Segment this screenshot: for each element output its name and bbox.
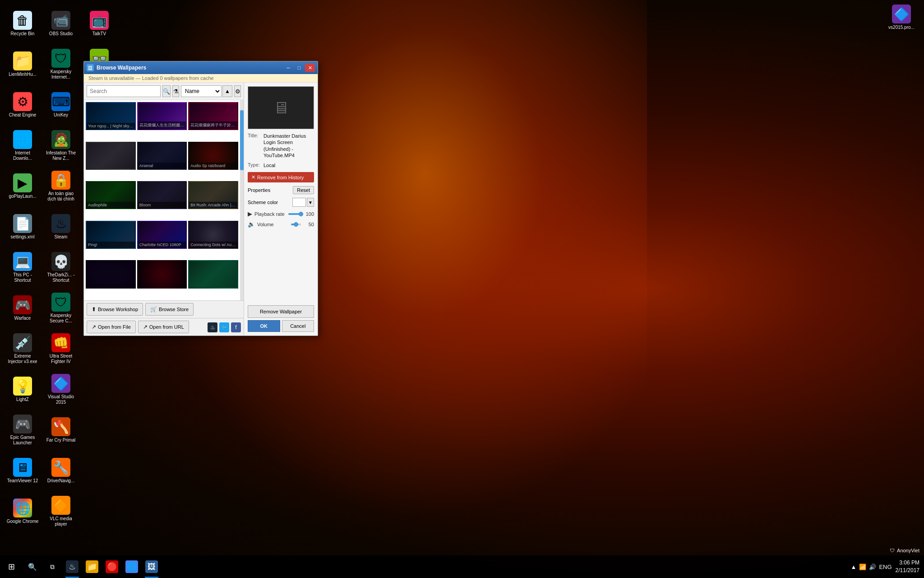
ok-button[interactable]: OK — [248, 320, 280, 332]
desktop-icon-darkz[interactable]: 💀 TheDarkZi... - Shortcut — [43, 248, 79, 287]
desktop-icon-cheat-engine[interactable]: ⚙ Cheat Engine — [5, 86, 41, 124]
scrollbar-track[interactable] — [240, 100, 244, 300]
file-icon: ↗ — [92, 324, 96, 330]
desktop-icon-injector[interactable]: 💉 Extreme Injector v3.exe — [5, 330, 41, 368]
lang-indicator: ENG — [879, 564, 892, 570]
desktop-icon-vs2015[interactable]: 🔷 vs2015.pro... — [883, 5, 919, 30]
taskbar-app-wallpaper[interactable]: 🖼 — [142, 555, 162, 578]
dialog-minimize-button[interactable]: ─ — [283, 64, 293, 72]
playback-slider[interactable] — [288, 213, 301, 215]
taskbar-app-explorer[interactable]: 📁 — [82, 555, 102, 578]
taskbar-icon-taskview[interactable]: ⧉ — [42, 555, 62, 578]
scheme-dropdown-arrow[interactable]: ▼ — [307, 198, 314, 207]
type-label: Type: — [248, 162, 261, 168]
volume-slider[interactable] — [291, 224, 301, 225]
cancel-button[interactable]: Cancel — [282, 320, 314, 332]
red-app-taskbar-icon: 🔴 — [106, 560, 118, 573]
antoangiao-icon: 🔒 — [51, 171, 70, 190]
facebook-social-icon[interactable]: f — [231, 322, 241, 332]
playback-label: Playback rate — [254, 211, 286, 217]
tray-arrow[interactable]: ▲ — [851, 564, 857, 570]
desktop-icon-unikey[interactable]: ⌨ UniKey — [43, 86, 79, 124]
dialog-close-button[interactable]: ✕ — [305, 64, 315, 72]
taskbar-clock[interactable]: 3:06 PM 2/11/2017 — [896, 559, 919, 574]
taskbar-search-button[interactable]: 🔍 — [23, 555, 42, 578]
scheme-color-label: Scheme color — [248, 200, 278, 205]
desktop-icon-internet[interactable]: 🌐 Internet Downlo... — [5, 126, 41, 165]
wallpaper-thumb-12[interactable] — [86, 260, 136, 288]
thispc-label: This PC - Shortcut — [6, 272, 39, 283]
search-input[interactable] — [87, 85, 161, 97]
volume-tray-icon[interactable]: 🔊 — [869, 564, 876, 570]
wallpaper-thumb-6[interactable]: Audiophile — [86, 181, 136, 209]
wallpaper-thumb-8[interactable]: Bit Rush: Arcade Ahn | League of Legends… — [188, 181, 238, 209]
open-from-url-label: Open from URL — [149, 324, 184, 330]
desktop-icon-infestation[interactable]: 🧟 Infestation The New Z... — [43, 126, 79, 165]
open-from-file-button[interactable]: ↗ Open from File — [87, 321, 136, 333]
desktop-icon-ultrasf[interactable]: 👊 Ultra Street Fighter IV — [43, 330, 79, 368]
wallpaper-thumb-9[interactable]: Ping! — [86, 221, 136, 249]
wallpaper-thumb-14[interactable] — [188, 260, 238, 288]
desktop-icon-teamviewer[interactable]: 🖥 TeamViewer 12 — [5, 452, 41, 490]
taskbar-app-chrome[interactable]: 🌐 — [122, 555, 142, 578]
wallpaper-thumb-5[interactable]: Audio Sp ratzboard — [188, 142, 238, 170]
desktop-icon-thispc[interactable]: 💻 This PC - Shortcut — [5, 248, 41, 287]
thispc-icon: 💻 — [13, 252, 32, 271]
farcry-icon: 🪓 — [51, 417, 70, 436]
desktop-icon-kasperskysc[interactable]: 🛡 Kaspersky Secure C... — [43, 289, 79, 327]
sort-dropdown[interactable]: Name Rating Date — [181, 85, 222, 97]
desktop-icon-chrome[interactable]: 🌐 Google Chrome — [5, 492, 41, 531]
filter-button[interactable]: ⚗ — [172, 85, 179, 97]
desktop-icon-drivern[interactable]: 🔧 DriverNavig... — [43, 452, 79, 490]
desktop-icon-warface[interactable]: 🎮 Warface — [5, 289, 41, 327]
scrollbar-thumb[interactable] — [240, 110, 244, 170]
start-button[interactable]: ⊞ — [0, 555, 23, 578]
desktop-icon-antoangiao[interactable]: 🔒 An toàn giao dịch tài chính — [43, 167, 79, 205]
reset-button[interactable]: Reset — [293, 186, 314, 194]
search-button[interactable]: 🔍 — [162, 85, 171, 97]
desktop-icon-kaspersky[interactable]: 🛡 Kaspersky Internet... — [43, 45, 79, 84]
desktop-icon-talktv[interactable]: 📺 TalkTV — [81, 5, 117, 43]
wallpaper-thumb-2[interactable]: 花花燦爛麻將子牛子於貓下貓貓 — [188, 102, 238, 130]
desktop-icon-farcry[interactable]: 🪓 Far Cry Primal — [43, 411, 79, 449]
taskbar-app-steam[interactable]: ♨ — [62, 555, 82, 578]
wallpaper-thumb-1[interactable]: 花花燦爛人生生活輕繼小大地 — [137, 102, 187, 130]
desktop-icon-settings-xml[interactable]: 📄 settings.xml — [5, 208, 41, 246]
desktop-icon-obs[interactable]: 📹 OBS Studio — [43, 5, 79, 43]
dialog-maximize-button[interactable]: □ — [294, 64, 304, 72]
desktop-icon-goplay[interactable]: ▶ goPlayLaun... — [5, 167, 41, 205]
desktop-icon-steam[interactable]: ♨ Steam — [43, 208, 79, 246]
taskbar-right-area: ▲ 📶 🔊 ENG 3:06 PM 2/11/2017 — [846, 555, 924, 578]
desktop-icon-vstudio[interactable]: 🔷 Visual Studio 2015 — [43, 370, 79, 409]
remove-from-history-button[interactable]: ✕ Remove from History — [248, 172, 314, 182]
open-from-file-label: Open from File — [98, 324, 131, 330]
kasperskysc-label: Kaspersky Secure C... — [45, 313, 77, 324]
desktop-icon-recycle-bin[interactable]: 🗑 Recycle Bin — [5, 5, 41, 43]
sort-asc-button[interactable]: ▲ — [222, 85, 232, 97]
twitter-social-icon[interactable]: 🐦 — [219, 322, 229, 332]
scheme-color-box[interactable] — [292, 198, 306, 207]
browse-workshop-button[interactable]: ⬆ Browse Workshop — [87, 303, 143, 316]
remove-wallpaper-button[interactable]: Remove Wallpaper — [248, 305, 314, 318]
desktop-icon-epic[interactable]: 🎮 Epic Games Launcher — [5, 411, 41, 449]
desktop-icon-lightz[interactable]: 💡 LightZ — [5, 370, 41, 409]
taskbar-app-red[interactable]: 🔴 — [102, 555, 122, 578]
chrome-label: Google Chrome — [7, 519, 39, 524]
epic-label: Epic Games Launcher — [6, 435, 39, 446]
wallpaper-thumb-13[interactable] — [137, 260, 187, 288]
steam-social-icon[interactable]: ♨ — [208, 322, 217, 332]
wallpaper-thumb-3[interactable] — [86, 142, 136, 170]
wallpaper-settings-button[interactable]: ⚙ — [234, 85, 241, 97]
browse-store-button[interactable]: 🛒 Browse Store — [145, 303, 194, 316]
desktop-icon-lienminh[interactable]: 📁 LienMinhHu... — [5, 45, 41, 84]
playback-thumb[interactable] — [299, 212, 303, 216]
wallpaper-thumb-10[interactable]: Charlotte NCED 1080P — [137, 221, 187, 249]
wallpaper-thumb-0[interactable]: Your nguy... | Night sky landscape 1 — [86, 102, 136, 130]
open-from-url-button[interactable]: ↗ Open from URL — [138, 321, 189, 333]
volume-thumb[interactable] — [294, 222, 298, 227]
wallpaper-thumb-11[interactable]: Connecting Dots w/ Audio Visualizer — [188, 221, 238, 249]
desktop-icon-vlc[interactable]: 🔶 VLC media player — [43, 492, 79, 531]
ok-cancel-row: OK Cancel — [248, 320, 314, 332]
wallpaper-thumb-4[interactable]: Arsenal — [137, 142, 187, 170]
wallpaper-thumb-7[interactable]: Bloom — [137, 181, 187, 209]
